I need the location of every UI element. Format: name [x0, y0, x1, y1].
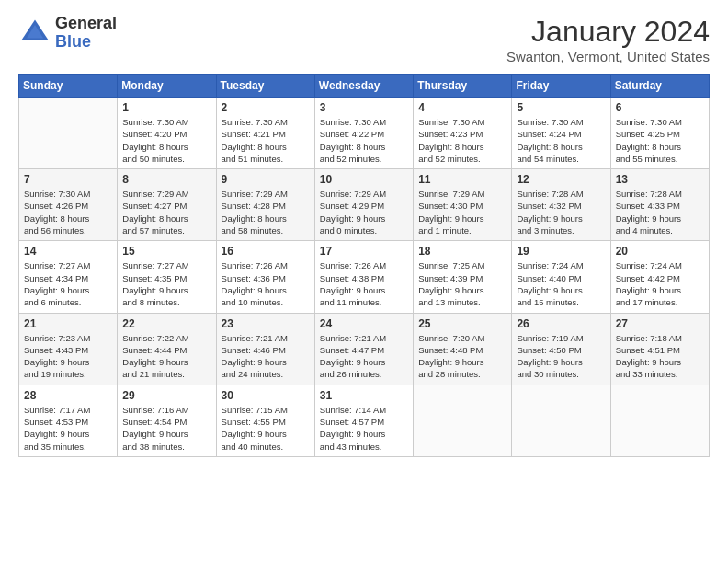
cell-content: Sunrise: 7:23 AM Sunset: 4:43 PM Dayligh…	[24, 332, 112, 381]
day-number: 23	[222, 317, 310, 330]
day-number: 20	[616, 245, 704, 258]
day-number: 18	[418, 245, 506, 258]
cell-content: Sunrise: 7:30 AM Sunset: 4:24 PM Dayligh…	[517, 116, 605, 165]
cell-content: Sunrise: 7:17 AM Sunset: 4:53 PM Dayligh…	[24, 404, 112, 453]
week-row-1: 1Sunrise: 7:30 AM Sunset: 4:20 PM Daylig…	[19, 98, 710, 169]
header-monday: Monday	[118, 75, 216, 98]
day-number: 21	[24, 317, 112, 330]
day-number: 13	[616, 173, 704, 186]
location-title: Swanton, Vermont, United States	[506, 49, 710, 64]
table-cell: 2Sunrise: 7:30 AM Sunset: 4:21 PM Daylig…	[216, 98, 314, 169]
day-number: 1	[122, 101, 210, 114]
table-cell: 5Sunrise: 7:30 AM Sunset: 4:24 PM Daylig…	[512, 98, 610, 169]
table-cell	[512, 385, 610, 456]
table-cell	[19, 98, 118, 169]
day-number: 14	[24, 245, 112, 258]
day-number: 8	[122, 173, 210, 186]
table-cell: 8Sunrise: 7:29 AM Sunset: 4:27 PM Daylig…	[118, 169, 216, 241]
table-cell: 24Sunrise: 7:21 AM Sunset: 4:47 PM Dayli…	[314, 313, 413, 385]
day-number: 17	[320, 245, 408, 258]
day-number: 5	[517, 101, 605, 114]
table-cell: 14Sunrise: 7:27 AM Sunset: 4:34 PM Dayli…	[19, 241, 118, 313]
cell-content: Sunrise: 7:24 AM Sunset: 4:40 PM Dayligh…	[517, 259, 605, 308]
table-cell	[414, 385, 512, 456]
cell-content: Sunrise: 7:30 AM Sunset: 4:25 PM Dayligh…	[616, 116, 704, 165]
logo-general-text: General	[55, 15, 117, 33]
week-row-4: 21Sunrise: 7:23 AM Sunset: 4:43 PM Dayli…	[19, 313, 710, 385]
cell-content: Sunrise: 7:29 AM Sunset: 4:28 PM Dayligh…	[222, 188, 310, 236]
cell-content: Sunrise: 7:30 AM Sunset: 4:23 PM Dayligh…	[418, 116, 506, 165]
table-cell: 23Sunrise: 7:21 AM Sunset: 4:46 PM Dayli…	[216, 313, 314, 385]
table-cell: 29Sunrise: 7:16 AM Sunset: 4:54 PM Dayli…	[118, 385, 216, 456]
table-cell: 7Sunrise: 7:30 AM Sunset: 4:26 PM Daylig…	[19, 169, 118, 241]
day-number: 6	[616, 101, 704, 114]
cell-content: Sunrise: 7:21 AM Sunset: 4:47 PM Dayligh…	[320, 332, 408, 381]
header-tuesday: Tuesday	[216, 75, 314, 98]
table-cell: 6Sunrise: 7:30 AM Sunset: 4:25 PM Daylig…	[610, 98, 709, 169]
table-cell: 12Sunrise: 7:28 AM Sunset: 4:32 PM Dayli…	[512, 169, 610, 241]
cell-content: Sunrise: 7:24 AM Sunset: 4:42 PM Dayligh…	[616, 259, 704, 308]
cell-content: Sunrise: 7:26 AM Sunset: 4:38 PM Dayligh…	[320, 259, 408, 308]
header-friday: Friday	[512, 75, 610, 98]
table-cell: 3Sunrise: 7:30 AM Sunset: 4:22 PM Daylig…	[314, 98, 413, 169]
table-cell: 4Sunrise: 7:30 AM Sunset: 4:23 PM Daylig…	[414, 98, 512, 169]
table-cell: 22Sunrise: 7:22 AM Sunset: 4:44 PM Dayli…	[118, 313, 216, 385]
calendar-body: 1Sunrise: 7:30 AM Sunset: 4:20 PM Daylig…	[19, 98, 710, 457]
table-cell: 25Sunrise: 7:20 AM Sunset: 4:48 PM Dayli…	[414, 313, 512, 385]
cell-content: Sunrise: 7:30 AM Sunset: 4:21 PM Dayligh…	[222, 116, 310, 165]
table-cell: 21Sunrise: 7:23 AM Sunset: 4:43 PM Dayli…	[19, 313, 118, 385]
day-number: 19	[517, 245, 605, 258]
cell-content: Sunrise: 7:29 AM Sunset: 4:27 PM Dayligh…	[122, 188, 210, 236]
day-number: 25	[418, 317, 506, 330]
day-number: 26	[517, 317, 605, 330]
day-number: 12	[517, 173, 605, 186]
cell-content: Sunrise: 7:28 AM Sunset: 4:33 PM Dayligh…	[616, 188, 704, 236]
table-cell: 31Sunrise: 7:14 AM Sunset: 4:57 PM Dayli…	[314, 385, 413, 456]
day-number: 9	[222, 173, 310, 186]
day-number: 7	[24, 173, 112, 186]
day-number: 2	[222, 101, 310, 114]
day-number: 11	[418, 173, 506, 186]
header-sunday: Sunday	[19, 75, 118, 98]
cell-content: Sunrise: 7:19 AM Sunset: 4:50 PM Dayligh…	[517, 332, 605, 381]
cell-content: Sunrise: 7:29 AM Sunset: 4:29 PM Dayligh…	[320, 188, 408, 236]
day-number: 4	[418, 101, 506, 114]
cell-content: Sunrise: 7:28 AM Sunset: 4:32 PM Dayligh…	[517, 188, 605, 236]
week-row-5: 28Sunrise: 7:17 AM Sunset: 4:53 PM Dayli…	[19, 385, 710, 456]
cell-content: Sunrise: 7:27 AM Sunset: 4:35 PM Dayligh…	[122, 259, 210, 308]
cell-content: Sunrise: 7:29 AM Sunset: 4:30 PM Dayligh…	[418, 188, 506, 236]
cell-content: Sunrise: 7:21 AM Sunset: 4:46 PM Dayligh…	[222, 332, 310, 381]
header-row: SundayMondayTuesdayWednesdayThursdayFrid…	[19, 75, 710, 98]
day-number: 10	[320, 173, 408, 186]
day-number: 22	[122, 317, 210, 330]
cell-content: Sunrise: 7:30 AM Sunset: 4:20 PM Dayligh…	[122, 116, 210, 165]
table-cell: 1Sunrise: 7:30 AM Sunset: 4:20 PM Daylig…	[118, 98, 216, 169]
cell-content: Sunrise: 7:20 AM Sunset: 4:48 PM Dayligh…	[418, 332, 506, 381]
table-cell: 11Sunrise: 7:29 AM Sunset: 4:30 PM Dayli…	[414, 169, 512, 241]
week-row-2: 7Sunrise: 7:30 AM Sunset: 4:26 PM Daylig…	[19, 169, 710, 241]
header-thursday: Thursday	[414, 75, 512, 98]
table-cell: 26Sunrise: 7:19 AM Sunset: 4:50 PM Dayli…	[512, 313, 610, 385]
table-cell: 19Sunrise: 7:24 AM Sunset: 4:40 PM Dayli…	[512, 241, 610, 313]
day-number: 15	[122, 245, 210, 258]
day-number: 16	[222, 245, 310, 258]
cell-content: Sunrise: 7:22 AM Sunset: 4:44 PM Dayligh…	[122, 332, 210, 381]
day-number: 31	[320, 389, 408, 402]
cell-content: Sunrise: 7:30 AM Sunset: 4:26 PM Dayligh…	[24, 188, 112, 236]
cell-content: Sunrise: 7:26 AM Sunset: 4:36 PM Dayligh…	[222, 259, 310, 308]
cell-content: Sunrise: 7:25 AM Sunset: 4:39 PM Dayligh…	[418, 259, 506, 308]
table-cell: 9Sunrise: 7:29 AM Sunset: 4:28 PM Daylig…	[216, 169, 314, 241]
logo-icon	[18, 17, 51, 50]
day-number: 29	[122, 389, 210, 402]
cell-content: Sunrise: 7:15 AM Sunset: 4:55 PM Dayligh…	[222, 404, 310, 453]
table-cell: 15Sunrise: 7:27 AM Sunset: 4:35 PM Dayli…	[118, 241, 216, 313]
header-saturday: Saturday	[610, 75, 709, 98]
cell-content: Sunrise: 7:16 AM Sunset: 4:54 PM Dayligh…	[122, 404, 210, 453]
logo-text: General Blue	[55, 15, 117, 52]
table-cell: 20Sunrise: 7:24 AM Sunset: 4:42 PM Dayli…	[610, 241, 709, 313]
calendar-header: SundayMondayTuesdayWednesdayThursdayFrid…	[19, 75, 710, 98]
table-cell: 13Sunrise: 7:28 AM Sunset: 4:33 PM Dayli…	[610, 169, 709, 241]
logo: General Blue	[18, 15, 117, 52]
table-cell: 27Sunrise: 7:18 AM Sunset: 4:51 PM Dayli…	[610, 313, 709, 385]
day-number: 28	[24, 389, 112, 402]
